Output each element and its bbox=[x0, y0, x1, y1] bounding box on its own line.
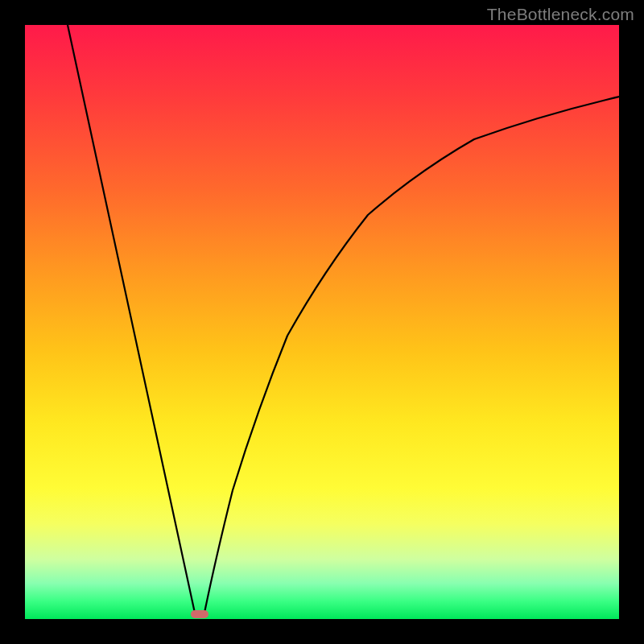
chart-plot-area bbox=[25, 25, 619, 619]
watermark-text: TheBottleneck.com bbox=[487, 5, 634, 24]
bottleneck-curve bbox=[25, 25, 619, 619]
curve-right-branch bbox=[204, 97, 619, 617]
curve-left-branch bbox=[68, 25, 196, 617]
minimum-marker bbox=[191, 610, 208, 618]
